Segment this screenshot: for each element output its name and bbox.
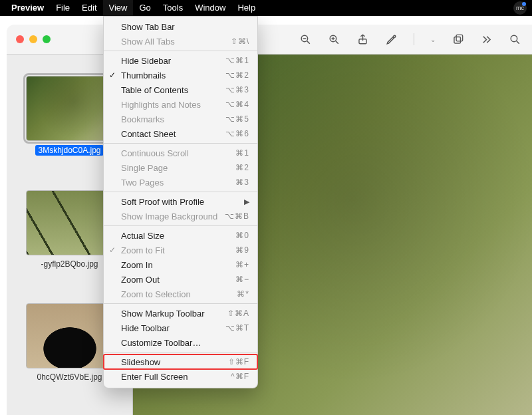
menu-shortcut: ⌥⌘3	[225, 85, 249, 94]
menu-item-show-image-background: Show Image Background⌥⌘B	[104, 209, 257, 223]
zoom-in-icon[interactable]	[328, 33, 340, 46]
menu-shortcut: ⌥⌘T	[225, 323, 249, 333]
thumbnail-image	[26, 190, 114, 255]
menu-item-soft-proof-with-profile[interactable]: Soft Proof with Profile▶	[104, 194, 257, 209]
search-icon[interactable]	[509, 33, 521, 46]
menu-item-enter-full-screen[interactable]: Enter Full Screen^⌘F	[104, 369, 257, 384]
window-menu[interactable]: Window	[189, 0, 231, 16]
menu-shortcut: ⌥⌘1	[225, 56, 249, 65]
check-icon: ✓	[109, 70, 116, 80]
close-window-button[interactable]	[16, 35, 24, 43]
menu-item-thumbnails[interactable]: ✓Thumbnails⌥⌘2	[104, 68, 257, 82]
menu-item-label: Actual Size	[121, 231, 164, 241]
go-menu[interactable]: Go	[133, 0, 156, 16]
tools-menu[interactable]: Tools	[157, 0, 189, 16]
menu-shortcut: ⌘3	[235, 178, 249, 187]
menu-item-label: Slideshow	[121, 357, 160, 367]
titlebar: ages ⌄	[7, 25, 532, 55]
view-menu[interactable]: View	[103, 0, 134, 16]
thumbnail-image	[26, 303, 114, 368]
menu-item-label: Show All Tabs	[121, 37, 175, 47]
menu-item-zoom-to-selection: Zoom to Selection⌘*	[104, 287, 257, 301]
menu-item-hide-toolbar[interactable]: Hide Toolbar⌥⌘T	[104, 321, 257, 335]
thumbnail-caption: 3MskhjdoC0A.jpg	[35, 145, 103, 156]
menu-item-hide-sidebar[interactable]: Hide Sidebar⌥⌘1	[104, 53, 257, 68]
menu-shortcut: ⌥⌘B	[225, 211, 249, 221]
markup-icon[interactable]	[385, 33, 398, 46]
menu-item-label: Zoom to Fit	[121, 245, 165, 255]
menu-shortcut: ⇧⌘F	[228, 357, 249, 366]
menu-item-label: Show Markup Toolbar	[121, 309, 205, 319]
more-icon[interactable]	[480, 33, 493, 46]
menu-item-label: Single Page	[121, 163, 168, 173]
menu-shortcut: ⇧⌘A	[227, 309, 249, 318]
svg-point-11	[511, 35, 517, 42]
menu-item-label: Bookmarks	[121, 114, 164, 124]
thumbnail-caption: 0hcQWzt6VbE.jpg	[37, 372, 102, 382]
toolbar: ⌄	[299, 33, 532, 46]
menu-item-zoom-in[interactable]: Zoom In⌘+	[104, 257, 257, 272]
menu-shortcut: ⌘+	[235, 260, 249, 269]
menu-item-continuous-scroll: Continuous Scroll⌘1	[104, 146, 257, 160]
toolbar-separator	[414, 33, 414, 45]
menu-item-label: Zoom Out	[121, 275, 160, 285]
menu-shortcut: ⌘*	[237, 289, 249, 299]
menu-item-label: Show Tab Bar	[121, 22, 175, 32]
menu-item-label: Zoom In	[121, 260, 153, 270]
zoom-out-icon[interactable]	[299, 33, 312, 46]
thumbnail-image	[26, 76, 114, 141]
menu-item-label: Enter Full Screen	[121, 372, 188, 382]
menu-item-label: Continuous Scroll	[121, 148, 189, 158]
menu-item-label: Hide Toolbar	[121, 323, 170, 333]
share-icon[interactable]	[356, 33, 369, 46]
menu-item-zoom-to-fit: ✓Zoom to Fit⌘9	[104, 243, 257, 257]
menu-item-table-of-contents[interactable]: Table of Contents⌥⌘3	[104, 82, 257, 97]
menu-shortcut: ⌘0	[235, 231, 249, 240]
menu-shortcut: ⌥⌘6	[225, 129, 249, 138]
menu-item-contact-sheet[interactable]: Contact Sheet⌥⌘6	[104, 126, 257, 141]
menu-shortcut: ⌘9	[235, 245, 249, 255]
help-menu[interactable]: Help	[231, 0, 261, 16]
file-menu[interactable]: File	[50, 0, 76, 16]
menu-item-single-page: Single Page⌘2	[104, 160, 257, 175]
menu-item-show-markup-toolbar[interactable]: Show Markup Toolbar⇧⌘A	[104, 306, 257, 321]
menu-item-label: Zoom to Selection	[121, 289, 191, 299]
menu-item-show-tab-bar[interactable]: Show Tab Bar	[104, 19, 257, 34]
menu-shortcut: ⌘1	[235, 148, 249, 158]
menu-item-label: Show Image Background	[121, 211, 217, 221]
menu-item-label: Customize Toolbar…	[121, 338, 201, 348]
window-controls	[7, 35, 60, 43]
rotate-icon[interactable]	[452, 33, 464, 46]
svg-line-1	[307, 41, 310, 43]
svg-line-12	[517, 41, 519, 43]
check-icon: ✓	[109, 245, 116, 255]
system-menubar: Preview File Edit View Go Tools Window H…	[0, 0, 532, 16]
menu-item-zoom-out[interactable]: Zoom Out⌘−	[104, 272, 257, 287]
chevron-down-icon[interactable]: ⌄	[430, 36, 436, 43]
menu-item-two-pages: Two Pages⌘3	[104, 175, 257, 190]
menu-shortcut: ⌘2	[235, 163, 249, 172]
menu-shortcut: ⌥⌘5	[225, 114, 249, 124]
edit-menu[interactable]: Edit	[76, 0, 102, 16]
minimize-window-button[interactable]	[29, 35, 37, 43]
menu-item-show-all-tabs: Show All Tabs⇧⌘\	[104, 34, 257, 49]
svg-point-8	[394, 35, 396, 37]
menu-item-actual-size[interactable]: Actual Size⌘0	[104, 228, 257, 243]
menu-shortcut: ⌥⌘2	[225, 70, 249, 80]
preview-window: ages ⌄ 3MskhjdoC0A.jpg -gyflp2BQbo.jpg	[7, 25, 532, 415]
fullscreen-window-button[interactable]	[43, 35, 51, 43]
thumbnail-caption: -gyflp2BQbo.jpg	[41, 259, 98, 269]
menu-item-label: Contact Sheet	[121, 129, 176, 139]
menu-item-bookmarks: Bookmarks⌥⌘5	[104, 112, 257, 126]
svg-line-4	[336, 41, 338, 43]
menu-item-label: Thumbnails	[121, 70, 166, 80]
menu-item-label: Soft Proof with Profile	[121, 197, 204, 207]
status-menu-icon[interactable]: mc	[513, 1, 527, 15]
menu-item-label: Hide Sidebar	[121, 56, 171, 66]
menu-item-label: Highlights and Notes	[121, 100, 201, 110]
menu-item-customize-toolbar[interactable]: Customize Toolbar…	[104, 335, 257, 350]
app-menu[interactable]: Preview	[5, 0, 50, 16]
menu-item-label: Table of Contents	[121, 85, 188, 95]
menu-shortcut: ⌥⌘4	[225, 100, 249, 109]
menu-item-slideshow[interactable]: Slideshow⇧⌘F	[104, 354, 257, 369]
